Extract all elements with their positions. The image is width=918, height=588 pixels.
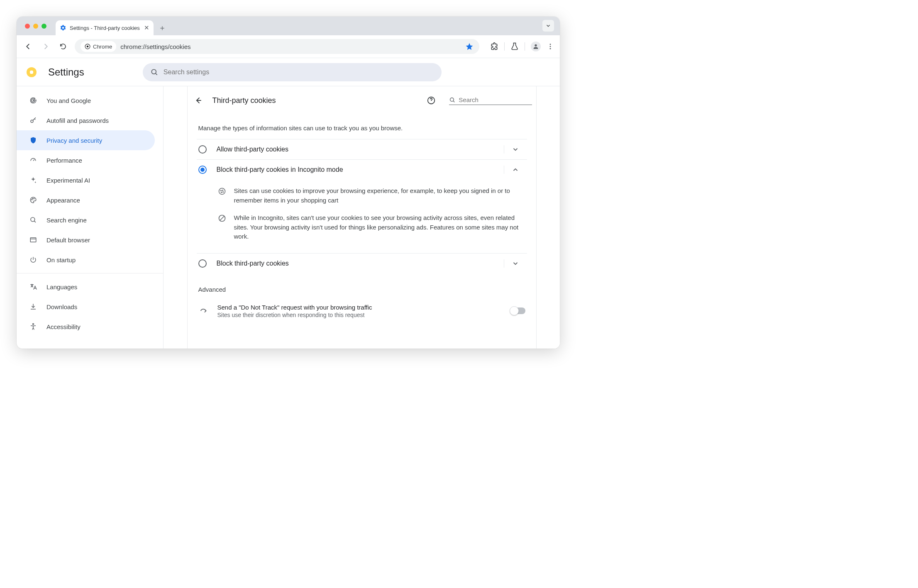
back-button[interactable] — [22, 41, 34, 52]
separator — [504, 42, 505, 51]
key-icon — [29, 117, 37, 124]
window-maximize[interactable] — [42, 24, 46, 29]
detail-text: While in Incognito, sites can't use your… — [234, 213, 522, 242]
sidebar-item-languages[interactable]: Languages — [17, 277, 155, 297]
panel-title: Third-party cookies — [212, 96, 276, 105]
dnt-title: Send a "Do Not Track" request with your … — [217, 304, 502, 311]
search-icon — [29, 216, 37, 224]
expand-button[interactable] — [504, 259, 527, 268]
sidebar-item-you-and-google[interactable]: You and Google — [17, 90, 155, 110]
google-g-icon — [29, 97, 37, 104]
svg-point-9 — [32, 198, 33, 199]
sidebar-item-label: You and Google — [46, 97, 91, 104]
do-not-track-row[interactable]: Send a "Do Not Track" request with your … — [197, 299, 527, 323]
search-icon — [150, 68, 159, 76]
sidebar-item-default-browser[interactable]: Default browser — [17, 230, 155, 250]
bookmark-star-icon[interactable] — [465, 42, 474, 51]
new-tab-button[interactable]: ＋ — [159, 20, 166, 35]
site-chip[interactable]: Chrome — [81, 41, 116, 52]
browser-window: Settings - Third-party cookies ✕ ＋ Chrom… — [17, 17, 560, 349]
advanced-label: Advanced — [197, 273, 527, 299]
sidebar-item-label: Privacy and security — [46, 137, 102, 144]
sidebar-item-performance[interactable]: Performance — [17, 150, 155, 170]
extensions-icon[interactable] — [490, 42, 498, 51]
svg-point-15 — [450, 98, 454, 101]
sidebar: You and Google Autofill and passwords Pr… — [17, 86, 164, 349]
section-intro: Manage the types of information sites ca… — [198, 110, 525, 139]
help-button[interactable] — [427, 96, 436, 105]
sidebar-item-label: Default browser — [46, 237, 90, 244]
panel-back-button[interactable] — [192, 94, 205, 107]
search-icon — [449, 96, 456, 104]
svg-point-3 — [550, 44, 551, 45]
settings-search[interactable] — [143, 63, 442, 81]
gear-icon — [60, 24, 66, 31]
radio-icon — [198, 259, 207, 268]
chevron-down-icon — [512, 146, 519, 153]
sidebar-item-accessibility[interactable]: Accessibility — [17, 317, 155, 337]
svg-point-11 — [31, 217, 35, 222]
tab-title: Settings - Third-party cookies — [70, 25, 140, 31]
sidebar-item-label: Experimental AI — [46, 177, 90, 184]
sidebar-item-on-startup[interactable]: On startup — [17, 250, 155, 270]
window-minimize[interactable] — [33, 24, 38, 29]
panel-search[interactable] — [449, 96, 532, 105]
browser-tab[interactable]: Settings - Third-party cookies ✕ — [56, 20, 154, 35]
option-detail: Sites can use cookies to improve your br… — [197, 180, 527, 254]
chrome-icon — [85, 44, 90, 49]
forward-button[interactable] — [40, 41, 51, 52]
panel-search-input[interactable] — [459, 96, 532, 103]
arrow-left-icon — [194, 96, 203, 105]
svg-point-1 — [87, 46, 89, 48]
sparkle-icon — [29, 176, 37, 184]
profile-avatar[interactable] — [531, 41, 541, 51]
person-icon — [532, 43, 539, 50]
close-icon[interactable]: ✕ — [144, 24, 149, 32]
settings-search-input[interactable] — [164, 68, 434, 76]
accessibility-icon — [29, 323, 37, 330]
power-icon — [29, 256, 37, 264]
dnt-toggle[interactable] — [510, 307, 525, 314]
svg-point-16 — [219, 188, 225, 195]
settings-header: Settings — [17, 58, 560, 86]
sidebar-item-privacy[interactable]: Privacy and security — [17, 130, 155, 150]
chevron-down-icon — [512, 260, 519, 267]
sidebar-item-search-engine[interactable]: Search engine — [17, 210, 155, 230]
tab-search-button[interactable] — [542, 20, 554, 32]
cookie-icon — [217, 186, 227, 205]
window-controls — [22, 17, 56, 35]
palette-icon — [29, 196, 37, 204]
svg-point-13 — [33, 324, 34, 325]
sidebar-item-appearance[interactable]: Appearance — [17, 190, 155, 210]
collapse-button[interactable] — [504, 166, 527, 174]
svg-point-10 — [34, 198, 34, 199]
browser-toolbar: Chrome chrome://settings/cookies — [17, 35, 560, 58]
chevron-up-icon — [512, 166, 519, 173]
sidebar-item-label: Downloads — [46, 303, 77, 310]
window-close[interactable] — [25, 24, 30, 29]
sidebar-item-experimental-ai[interactable]: Experimental AI — [17, 170, 155, 190]
svg-point-20 — [222, 192, 223, 193]
radio-label: Block third-party cookies in Incognito m… — [217, 166, 504, 173]
block-icon — [217, 213, 227, 242]
svg-point-5 — [550, 48, 551, 49]
sidebar-item-downloads[interactable]: Downloads — [17, 297, 155, 317]
translate-icon — [29, 283, 37, 290]
sidebar-item-autofill[interactable]: Autofill and passwords — [17, 110, 155, 130]
site-chip-label: Chrome — [93, 44, 112, 50]
option-block-incognito[interactable]: Block third-party cookies in Incognito m… — [197, 159, 527, 180]
expand-button[interactable] — [504, 145, 527, 154]
svg-point-8 — [32, 200, 32, 200]
content-panel: Third-party cookies Manage the types of … — [187, 86, 537, 349]
page-title: Settings — [48, 66, 84, 78]
reload-button[interactable] — [57, 41, 69, 52]
sidebar-item-label: Accessibility — [46, 323, 81, 330]
option-allow-third-party[interactable]: Allow third-party cookies — [197, 139, 527, 159]
option-block-all-third-party[interactable]: Block third-party cookies — [197, 254, 527, 273]
settings-body: You and Google Autofill and passwords Pr… — [17, 86, 560, 349]
overflow-menu-icon[interactable] — [547, 43, 554, 50]
download-icon — [29, 303, 37, 310]
shield-icon — [29, 137, 37, 144]
labs-icon[interactable] — [510, 42, 519, 51]
address-bar[interactable]: Chrome chrome://settings/cookies — [75, 39, 479, 54]
